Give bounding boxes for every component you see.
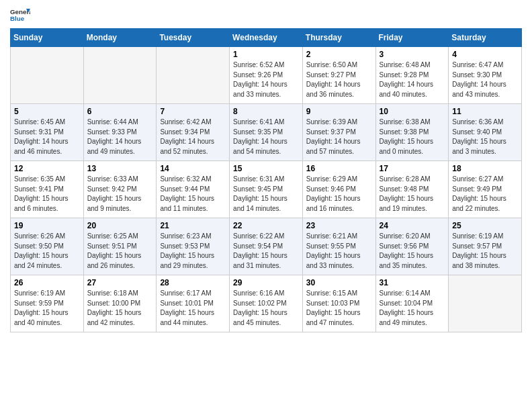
day-info: Sunrise: 6:23 AM Sunset: 9:53 PM Dayligh… <box>160 232 226 271</box>
calendar-cell: 26Sunrise: 6:19 AM Sunset: 9:59 PM Dayli… <box>11 275 84 332</box>
day-info: Sunrise: 6:14 AM Sunset: 10:04 PM Daylig… <box>380 289 445 328</box>
calendar-cell: 17Sunrise: 6:28 AM Sunset: 9:48 PM Dayli… <box>375 161 449 218</box>
day-number: 1 <box>233 50 299 59</box>
calendar-header-row: SundayMondayTuesdayWednesdayThursdayFrid… <box>11 29 522 47</box>
day-info: Sunrise: 6:31 AM Sunset: 9:45 PM Dayligh… <box>233 175 299 214</box>
day-number: 26 <box>14 278 80 287</box>
day-number: 16 <box>306 164 372 173</box>
calendar-cell <box>449 275 522 332</box>
logo-icon: General Blue <box>10 7 30 23</box>
calendar-cell: 30Sunrise: 6:15 AM Sunset: 10:03 PM Dayl… <box>302 275 375 332</box>
day-info: Sunrise: 6:42 AM Sunset: 9:34 PM Dayligh… <box>160 118 226 156</box>
day-info: Sunrise: 6:29 AM Sunset: 9:46 PM Dayligh… <box>306 175 372 214</box>
svg-text:Blue: Blue <box>10 15 25 22</box>
day-number: 2 <box>306 50 372 59</box>
day-info: Sunrise: 6:33 AM Sunset: 9:42 PM Dayligh… <box>87 175 153 214</box>
day-of-week-header: Wednesday <box>230 29 303 47</box>
day-info: Sunrise: 6:52 AM Sunset: 9:26 PM Dayligh… <box>233 60 299 99</box>
calendar-week-row: 19Sunrise: 6:26 AM Sunset: 9:50 PM Dayli… <box>11 218 522 275</box>
day-info: Sunrise: 6:41 AM Sunset: 9:35 PM Dayligh… <box>233 118 299 156</box>
calendar-cell: 4Sunrise: 6:47 AM Sunset: 9:30 PM Daylig… <box>449 47 522 104</box>
day-number: 29 <box>233 278 299 287</box>
day-of-week-header: Saturday <box>449 29 522 47</box>
calendar-cell <box>83 47 157 104</box>
day-info: Sunrise: 6:28 AM Sunset: 9:48 PM Dayligh… <box>380 175 445 214</box>
day-info: Sunrise: 6:35 AM Sunset: 9:41 PM Dayligh… <box>14 175 80 214</box>
calendar-week-row: 5Sunrise: 6:45 AM Sunset: 9:31 PM Daylig… <box>11 104 522 161</box>
day-of-week-header: Sunday <box>11 29 84 47</box>
calendar-cell: 15Sunrise: 6:31 AM Sunset: 9:45 PM Dayli… <box>230 161 303 218</box>
calendar-cell: 28Sunrise: 6:17 AM Sunset: 10:01 PM Dayl… <box>157 275 230 332</box>
day-number: 14 <box>160 164 226 173</box>
day-of-week-header: Monday <box>83 29 157 47</box>
day-number: 30 <box>306 278 372 287</box>
day-info: Sunrise: 6:21 AM Sunset: 9:55 PM Dayligh… <box>306 232 372 271</box>
day-number: 27 <box>87 278 153 287</box>
day-number: 25 <box>452 221 518 230</box>
day-info: Sunrise: 6:16 AM Sunset: 10:02 PM Daylig… <box>233 289 299 328</box>
day-number: 17 <box>380 164 445 173</box>
day-number: 8 <box>233 107 299 116</box>
day-info: Sunrise: 6:32 AM Sunset: 9:44 PM Dayligh… <box>160 175 226 214</box>
calendar-cell <box>157 47 230 104</box>
day-info: Sunrise: 6:27 AM Sunset: 9:49 PM Dayligh… <box>452 175 518 214</box>
day-info: Sunrise: 6:48 AM Sunset: 9:28 PM Dayligh… <box>380 60 445 99</box>
day-number: 31 <box>380 278 445 287</box>
day-number: 6 <box>87 107 153 116</box>
calendar-cell: 22Sunrise: 6:22 AM Sunset: 9:54 PM Dayli… <box>230 218 303 275</box>
calendar-cell: 27Sunrise: 6:18 AM Sunset: 10:00 PM Dayl… <box>83 275 157 332</box>
day-number: 23 <box>306 221 372 230</box>
day-number: 13 <box>87 164 153 173</box>
calendar-cell: 5Sunrise: 6:45 AM Sunset: 9:31 PM Daylig… <box>11 104 84 161</box>
calendar-cell: 1Sunrise: 6:52 AM Sunset: 9:26 PM Daylig… <box>230 47 303 104</box>
day-of-week-header: Tuesday <box>157 29 230 47</box>
calendar-cell: 2Sunrise: 6:50 AM Sunset: 9:27 PM Daylig… <box>302 47 375 104</box>
day-info: Sunrise: 6:38 AM Sunset: 9:38 PM Dayligh… <box>380 118 445 156</box>
day-number: 4 <box>452 50 518 59</box>
day-of-week-header: Thursday <box>302 29 375 47</box>
day-info: Sunrise: 6:25 AM Sunset: 9:51 PM Dayligh… <box>87 232 153 271</box>
day-number: 3 <box>380 50 445 59</box>
calendar-cell: 3Sunrise: 6:48 AM Sunset: 9:28 PM Daylig… <box>375 47 449 104</box>
day-info: Sunrise: 6:15 AM Sunset: 10:03 PM Daylig… <box>306 289 372 328</box>
calendar-week-row: 1Sunrise: 6:52 AM Sunset: 9:26 PM Daylig… <box>11 47 522 104</box>
day-info: Sunrise: 6:22 AM Sunset: 9:54 PM Dayligh… <box>233 232 299 271</box>
calendar-cell: 12Sunrise: 6:35 AM Sunset: 9:41 PM Dayli… <box>11 161 84 218</box>
calendar-cell: 10Sunrise: 6:38 AM Sunset: 9:38 PM Dayli… <box>375 104 449 161</box>
calendar-cell: 14Sunrise: 6:32 AM Sunset: 9:44 PM Dayli… <box>157 161 230 218</box>
day-info: Sunrise: 6:50 AM Sunset: 9:27 PM Dayligh… <box>306 60 372 99</box>
day-number: 24 <box>380 221 445 230</box>
calendar-cell: 18Sunrise: 6:27 AM Sunset: 9:49 PM Dayli… <box>449 161 522 218</box>
day-info: Sunrise: 6:36 AM Sunset: 9:40 PM Dayligh… <box>452 118 518 156</box>
calendar-cell: 21Sunrise: 6:23 AM Sunset: 9:53 PM Dayli… <box>157 218 230 275</box>
calendar-cell: 11Sunrise: 6:36 AM Sunset: 9:40 PM Dayli… <box>449 104 522 161</box>
day-info: Sunrise: 6:26 AM Sunset: 9:50 PM Dayligh… <box>14 232 80 271</box>
day-number: 28 <box>160 278 226 287</box>
day-number: 15 <box>233 164 299 173</box>
day-number: 7 <box>160 107 226 116</box>
calendar-cell: 19Sunrise: 6:26 AM Sunset: 9:50 PM Dayli… <box>11 218 84 275</box>
day-info: Sunrise: 6:19 AM Sunset: 9:59 PM Dayligh… <box>14 289 80 328</box>
logo: General Blue <box>10 7 30 23</box>
day-number: 20 <box>87 221 153 230</box>
day-info: Sunrise: 6:39 AM Sunset: 9:37 PM Dayligh… <box>306 118 372 156</box>
day-number: 22 <box>233 221 299 230</box>
day-number: 5 <box>14 107 80 116</box>
day-info: Sunrise: 6:19 AM Sunset: 9:57 PM Dayligh… <box>452 232 518 271</box>
day-number: 19 <box>14 221 80 230</box>
calendar-cell: 13Sunrise: 6:33 AM Sunset: 9:42 PM Dayli… <box>83 161 157 218</box>
calendar-cell: 23Sunrise: 6:21 AM Sunset: 9:55 PM Dayli… <box>302 218 375 275</box>
page-header: General Blue <box>10 7 522 23</box>
calendar-cell: 29Sunrise: 6:16 AM Sunset: 10:02 PM Dayl… <box>230 275 303 332</box>
day-number: 11 <box>452 107 518 116</box>
calendar-cell: 9Sunrise: 6:39 AM Sunset: 9:37 PM Daylig… <box>302 104 375 161</box>
calendar-cell: 31Sunrise: 6:14 AM Sunset: 10:04 PM Dayl… <box>375 275 449 332</box>
day-number: 12 <box>14 164 80 173</box>
calendar-cell: 24Sunrise: 6:20 AM Sunset: 9:56 PM Dayli… <box>375 218 449 275</box>
calendar-cell: 6Sunrise: 6:44 AM Sunset: 9:33 PM Daylig… <box>83 104 157 161</box>
calendar-cell: 8Sunrise: 6:41 AM Sunset: 9:35 PM Daylig… <box>230 104 303 161</box>
day-number: 9 <box>306 107 372 116</box>
day-info: Sunrise: 6:47 AM Sunset: 9:30 PM Dayligh… <box>452 60 518 99</box>
day-number: 18 <box>452 164 518 173</box>
day-info: Sunrise: 6:18 AM Sunset: 10:00 PM Daylig… <box>87 289 153 328</box>
